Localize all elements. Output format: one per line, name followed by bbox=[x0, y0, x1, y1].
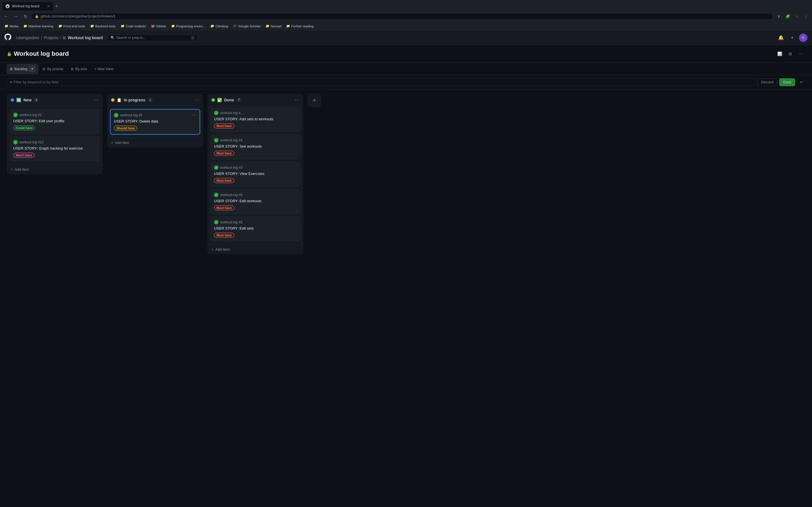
column-in-progress-add-item[interactable]: + Add item bbox=[107, 137, 203, 148]
add-icon: + bbox=[11, 167, 13, 172]
card-9-menu-button[interactable]: ⋯ bbox=[192, 113, 196, 117]
scholar-icon: 🎓 bbox=[233, 24, 237, 28]
notifications-button[interactable]: 🔔 bbox=[776, 33, 785, 42]
add-label: Add item bbox=[115, 140, 130, 145]
project-menu-button[interactable]: ⋯ bbox=[797, 50, 805, 58]
column-new: 🆕 New 2 ⋯ ✓ workout-log #2 USER STORY: E… bbox=[7, 94, 103, 174]
bookmark-nomad[interactable]: 📁 Nomad bbox=[263, 24, 283, 29]
card-10-tag: Won't have bbox=[13, 153, 35, 158]
view-icon: ⊞ bbox=[43, 67, 45, 71]
project-board-icon: ⊞ bbox=[63, 36, 66, 40]
done-status-dot bbox=[211, 98, 215, 102]
search-placeholder-text: Search or jump to... bbox=[116, 36, 146, 40]
column-in-progress-menu-button[interactable]: ⋯ bbox=[195, 97, 199, 103]
insights-button[interactable]: 📊 bbox=[775, 50, 784, 58]
view-by-priority[interactable]: ⊞ By priority bbox=[40, 65, 66, 73]
breadcrumb-section[interactable]: Projects bbox=[44, 36, 58, 40]
column-done-body: ✓ workout-log #... USER STORY: Add sets … bbox=[207, 106, 303, 244]
bookmark-github[interactable]: 🐙 GitHub bbox=[149, 24, 168, 29]
bookmark-button[interactable]: ☆ bbox=[793, 12, 801, 20]
add-column-button[interactable]: + bbox=[308, 94, 321, 107]
create-button[interactable]: + bbox=[788, 33, 797, 42]
card-workout-log-2[interactable]: ✓ workout-log #2 USER STORY: Edit user p… bbox=[10, 109, 100, 134]
breadcrumb-project[interactable]: Workout log board bbox=[68, 36, 103, 40]
card-sets-title: USER STORY: Add sets to workouts bbox=[214, 117, 297, 121]
undo-button[interactable]: ↩ bbox=[797, 78, 805, 86]
bookmark-media[interactable]: 📁 Media bbox=[2, 24, 20, 29]
column-done-add-item[interactable]: + Add item bbox=[207, 244, 303, 255]
card-9-id: workout-log #9 bbox=[120, 113, 142, 117]
bookmark-machine-learning[interactable]: 📁 Machine learning bbox=[21, 24, 56, 29]
refresh-button[interactable]: ↻ bbox=[21, 12, 29, 20]
back-button[interactable]: ← bbox=[2, 12, 10, 20]
add-label: Add item bbox=[215, 247, 230, 251]
layout-button[interactable]: ⊞ bbox=[786, 50, 795, 58]
github-header-actions: 🔔 + R bbox=[776, 33, 808, 42]
folder-icon: 📁 bbox=[58, 24, 62, 28]
card-workout-log-6[interactable]: ✓ workout-log #6 USER STORY: Edit workou… bbox=[210, 189, 301, 214]
filter-placeholder: Filter by keyword or by field bbox=[14, 80, 58, 84]
card-workout-log-10[interactable]: ✓ workout-log #10 USER STORY: Graph trac… bbox=[10, 136, 100, 161]
project-actions: 📊 ⊞ ⋯ bbox=[775, 50, 805, 58]
new-view-button[interactable]: + New View bbox=[91, 66, 116, 72]
column-new-add-item[interactable]: + Add item bbox=[7, 164, 103, 174]
lock-icon: 🔒 bbox=[35, 14, 39, 18]
bookmark-programming-enviro[interactable]: 📁 Programing enviro... bbox=[169, 24, 208, 29]
discard-button[interactable]: Discard bbox=[757, 78, 777, 86]
card-8-id: workout-log #8 bbox=[220, 220, 243, 224]
bookmark-climbing[interactable]: 📁 Climbing bbox=[208, 24, 231, 29]
address-bar[interactable]: 🔒 github.com/users/rubengardner/projects… bbox=[31, 13, 773, 20]
column-new-menu-button[interactable]: ⋯ bbox=[94, 97, 99, 103]
card-6-title: USER STORY: Edit workouts bbox=[214, 199, 297, 203]
view-by-size[interactable]: ⊞ By size bbox=[68, 65, 90, 73]
card-9-meta: ✓ workout-log #9 ⋯ bbox=[114, 113, 196, 117]
bookmark-label: Nomad bbox=[271, 24, 281, 28]
column-done-menu-button[interactable]: ⋯ bbox=[295, 97, 299, 103]
view-label: By priority bbox=[47, 67, 63, 71]
view-dropdown-button[interactable]: ▾ bbox=[29, 66, 35, 72]
view-backlog[interactable]: ⊞ Backlog ▾ bbox=[7, 64, 38, 74]
card-8-repo-icon: ✓ bbox=[214, 220, 218, 224]
card-sets-tag: Must have bbox=[214, 123, 234, 128]
github-icon: 🐙 bbox=[151, 24, 155, 28]
github-logo[interactable] bbox=[4, 34, 11, 42]
save-button[interactable]: Save bbox=[779, 78, 795, 86]
card-workout-log-3[interactable]: ✓ workout-log #3 USER STORY: View Exerci… bbox=[210, 162, 301, 187]
column-in-progress-title: In progress bbox=[124, 98, 145, 102]
card-6-meta: ✓ workout-log #6 bbox=[214, 193, 297, 197]
bookmark-frontend-tools[interactable]: 📁 Front end tools bbox=[56, 24, 87, 29]
breadcrumb-user[interactable]: rubengardner bbox=[16, 36, 40, 40]
settings-button[interactable]: ⋮ bbox=[802, 12, 810, 20]
card-workout-log-9[interactable]: ✓ workout-log #9 ⋯ USER STORY: Delete da… bbox=[110, 109, 200, 135]
project-title-row: 🔒 Workout log board bbox=[7, 50, 69, 57]
card-add-sets-to-workouts[interactable]: ✓ workout-log #... USER STORY: Add sets … bbox=[210, 107, 301, 132]
card-10-id: workout-log #10 bbox=[19, 140, 43, 144]
bookmark-further-reading[interactable]: 📁 Further reading bbox=[284, 24, 316, 29]
card-6-repo-icon: ✓ bbox=[214, 193, 218, 197]
card-workout-log-4[interactable]: ✓ workout-log #4 USER STORY: See workout… bbox=[210, 134, 301, 159]
filter-bar: ≡ Filter by keyword or by field Discard … bbox=[0, 75, 812, 89]
tab-favicon bbox=[6, 4, 10, 8]
bookmark-label: Climbing bbox=[215, 24, 228, 28]
extensions-button[interactable]: 🧩 bbox=[784, 12, 792, 20]
bookmark-code-institute[interactable]: 📁 Code Institute bbox=[118, 24, 148, 29]
folder-icon: 📁 bbox=[23, 24, 28, 28]
card-4-title: USER STORY: See workouts bbox=[214, 144, 297, 149]
forward-button[interactable]: → bbox=[12, 12, 20, 20]
new-tab-button[interactable]: + bbox=[53, 3, 60, 10]
active-tab[interactable]: Workout log board × bbox=[2, 2, 53, 10]
download-button[interactable]: ⬇ bbox=[775, 12, 783, 20]
folder-icon: 📁 bbox=[171, 24, 175, 28]
tab-bar: Workout log board × + bbox=[0, 0, 812, 11]
column-in-progress-count: 1 bbox=[147, 98, 153, 102]
bookmark-backend-tools[interactable]: 📁 Backend tools bbox=[88, 24, 118, 29]
filter-input[interactable]: ≡ Filter by keyword or by field bbox=[7, 78, 755, 86]
done-status-icon: ✅ bbox=[217, 98, 222, 102]
user-avatar[interactable]: R bbox=[799, 34, 808, 42]
tab-close-button[interactable]: × bbox=[47, 4, 50, 8]
card-workout-log-8[interactable]: ✓ workout-log #8 USER STORY: Edit sets M… bbox=[210, 216, 301, 241]
card-9-repo-icon: ✓ bbox=[114, 113, 118, 117]
global-search[interactable]: 🔍 Search or jump to... / bbox=[107, 34, 198, 41]
bookmark-google-scholar[interactable]: 🎓 Google Scholar bbox=[231, 24, 263, 29]
card-3-repo-icon: ✓ bbox=[214, 165, 218, 170]
